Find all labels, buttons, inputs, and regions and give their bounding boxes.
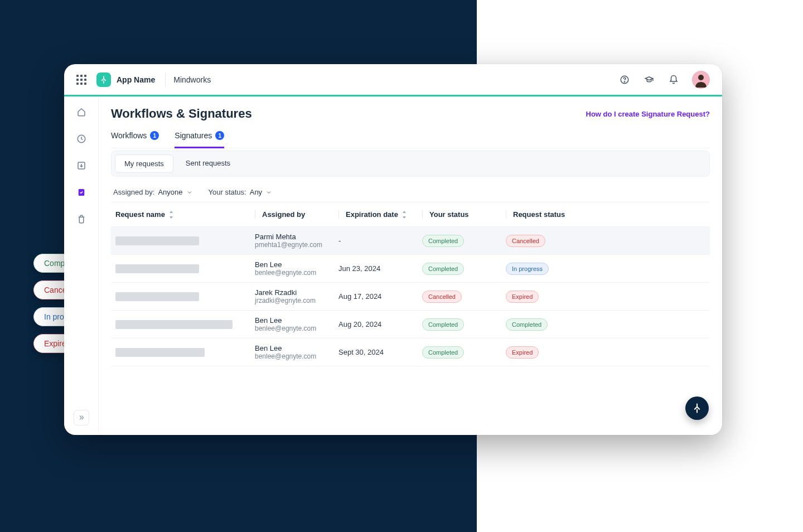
col-assigned-by-label: Assigned by — [262, 210, 305, 219]
table-row[interactable]: Parmi Mehta pmehta1@egnyte.com - Complet… — [111, 227, 710, 255]
request-name-placeholder — [115, 264, 199, 273]
help-icon[interactable] — [615, 70, 634, 89]
graduation-icon[interactable] — [640, 70, 659, 89]
col-request-name[interactable]: Request name — [115, 210, 255, 219]
app-name: App Name — [117, 75, 155, 84]
assignee-email: benlee@egnyte.com — [255, 269, 338, 277]
assignee-name: Jarek Rzadki — [255, 288, 338, 297]
assignee-name: Ben Lee — [255, 260, 338, 269]
download-box-icon[interactable] — [76, 160, 87, 171]
app-switcher-icon[interactable] — [76, 75, 86, 85]
app-window: App Name Mindworks — [64, 64, 722, 435]
filter-assigned-by[interactable]: Assigned by: Anyone — [113, 188, 193, 196]
clock-icon[interactable] — [76, 133, 87, 144]
bell-icon[interactable] — [664, 70, 683, 89]
request-name-placeholder — [115, 320, 233, 329]
col-your-status-label: Your status — [429, 210, 469, 219]
help-link[interactable]: How do I create Signature Request? — [586, 110, 710, 118]
request-status-pill: Expired — [506, 291, 539, 303]
request-status-pill: Cancelled — [506, 235, 545, 247]
request-name-placeholder — [115, 236, 199, 245]
tab-signatures[interactable]: Signatures 1 — [175, 127, 224, 148]
col-request-status-label: Request status — [513, 210, 565, 219]
assignee-email: benlee@egnyte.com — [255, 325, 338, 332]
trash-icon[interactable] — [76, 214, 87, 225]
fab-button[interactable] — [685, 396, 709, 420]
request-status-pill: Expired — [506, 346, 539, 359]
assignee-name: Parmi Mehta — [255, 233, 338, 241]
tab-workflows-badge: 1 — [150, 131, 159, 140]
subtab-sent-requests[interactable]: Sent requests — [177, 154, 239, 173]
tab-workflows-label: Workflows — [111, 131, 147, 140]
tab-signatures-label: Signatures — [175, 131, 212, 140]
workspace-name[interactable]: Mindworks — [173, 75, 211, 84]
col-expiration-date[interactable]: Expiration date — [338, 210, 422, 219]
col-your-status[interactable]: Your status — [422, 210, 506, 219]
table-row[interactable]: Ben Lee benlee@egnyte.com Jun 23, 2024 C… — [111, 255, 710, 283]
request-status-pill: Completed — [506, 318, 548, 331]
filter-your-status-value: Any — [250, 188, 262, 196]
your-status-pill: Completed — [422, 235, 464, 247]
subtabs: My requests Sent requests — [111, 151, 710, 177]
logo-icon[interactable] — [96, 72, 111, 87]
home-icon[interactable] — [76, 107, 87, 118]
request-name-placeholder — [115, 292, 199, 301]
assignee-email: pmehta1@egnyte.com — [255, 241, 338, 249]
your-status-pill: Cancelled — [422, 291, 462, 303]
filter-your-status-label: Your status: — [209, 188, 246, 196]
expiration-date: Aug 17, 2024 — [338, 292, 422, 301]
assignee-email: jrzadki@egnyte.com — [255, 297, 338, 304]
col-assigned-by[interactable]: Assigned by — [255, 210, 338, 219]
filter-assigned-by-value: Anyone — [158, 188, 182, 196]
your-status-pill: Completed — [422, 318, 464, 331]
main-content: Workflows & Signatures How do I create S… — [99, 96, 722, 433]
chevron-down-icon — [186, 189, 193, 196]
table-row[interactable]: Ben Lee benlee@egnyte.com Sept 30, 2024 … — [111, 338, 710, 366]
assignee-email: benlee@egnyte.com — [255, 352, 338, 360]
svg-point-3 — [698, 75, 704, 80]
app-header: App Name Mindworks — [64, 64, 722, 96]
your-status-pill: Completed — [422, 346, 464, 359]
tab-workflows[interactable]: Workflows 1 — [111, 127, 159, 148]
subtab-my-requests[interactable]: My requests — [115, 154, 173, 173]
your-status-pill: Completed — [422, 263, 464, 275]
filter-your-status[interactable]: Your status: Any — [209, 188, 273, 196]
sort-icon — [402, 211, 407, 219]
svg-point-1 — [624, 81, 625, 82]
filters: Assigned by: Anyone Your status: Any — [113, 188, 710, 196]
checklist-icon[interactable] — [76, 187, 87, 198]
chevron-down-icon — [265, 189, 272, 196]
expand-sidebar-button[interactable] — [74, 410, 89, 425]
expiration-date: Sept 30, 2024 — [338, 348, 422, 356]
assignee-name: Ben Lee — [255, 344, 338, 352]
tabs: Workflows 1 Signatures 1 — [111, 127, 710, 148]
expiration-date: - — [338, 236, 422, 245]
col-request-status[interactable]: Request status — [506, 210, 705, 219]
expiration-date: Aug 20, 2024 — [338, 320, 422, 328]
header-divider — [165, 72, 166, 87]
requests-table: Request name Assigned by Expiration date… — [111, 202, 710, 366]
request-name-placeholder — [115, 348, 205, 357]
assignee-name: Ben Lee — [255, 316, 338, 325]
sidebar — [64, 96, 99, 433]
page-title: Workflows & Signatures — [111, 107, 252, 121]
table-row[interactable]: Jarek Rzadki jrzadki@egnyte.com Aug 17, … — [111, 283, 710, 311]
filter-assigned-by-label: Assigned by: — [113, 188, 154, 196]
request-status-pill: In progress — [506, 263, 549, 275]
table-header: Request name Assigned by Expiration date… — [111, 202, 710, 227]
sort-icon — [168, 211, 174, 219]
table-row[interactable]: Ben Lee benlee@egnyte.com Aug 20, 2024 C… — [111, 311, 710, 338]
col-expiration-date-label: Expiration date — [346, 210, 398, 219]
avatar[interactable] — [692, 71, 710, 89]
expiration-date: Jun 23, 2024 — [338, 264, 422, 273]
tab-signatures-badge: 1 — [215, 131, 224, 140]
col-request-name-label: Request name — [115, 210, 165, 219]
